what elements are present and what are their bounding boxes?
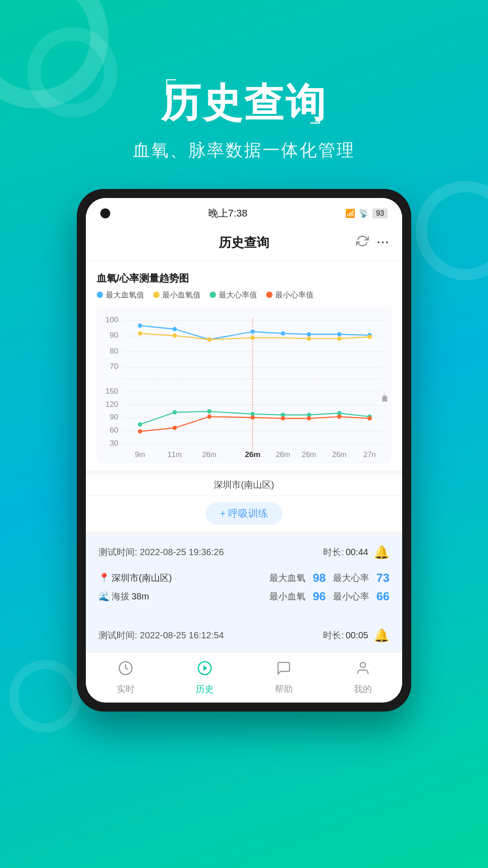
svg-text:80: 80 bbox=[110, 346, 118, 355]
record-duration-label-2: 时长: bbox=[323, 629, 344, 642]
status-time: 晚上7:38 bbox=[208, 207, 248, 220]
svg-point-39 bbox=[250, 335, 255, 340]
svg-point-33 bbox=[307, 332, 311, 336]
chart-title: 血氧/心率测量趋势图 bbox=[97, 272, 391, 285]
nav-history[interactable]: 历史 bbox=[182, 660, 227, 695]
svg-point-38 bbox=[207, 337, 212, 342]
svg-point-54 bbox=[250, 415, 255, 420]
svg-point-57 bbox=[337, 415, 342, 419]
nav-profile[interactable]: 我的 bbox=[340, 660, 385, 695]
svg-point-55 bbox=[281, 416, 285, 420]
breathing-btn[interactable]: + 呼吸训练 bbox=[206, 502, 283, 525]
chart-legend: 最大血氧值 最小血氧值 最大心率值 最小心率值 bbox=[97, 290, 391, 300]
clock-icon bbox=[118, 660, 133, 679]
nav-profile-label: 我的 bbox=[354, 683, 372, 695]
bell-icon-2: 🔔 bbox=[374, 628, 389, 643]
camera-cutout bbox=[100, 208, 110, 218]
hero-header: 历史查询 血氧、脉率数据一体化管理 bbox=[0, 0, 488, 162]
svg-point-34 bbox=[337, 332, 342, 336]
nav-help-label: 帮助 bbox=[275, 683, 293, 695]
svg-text:26m: 26m bbox=[302, 450, 316, 458]
record-time-label-2: 测试时间: bbox=[99, 629, 137, 642]
page-subtitle: 血氧、脉率数据一体化管理 bbox=[0, 139, 488, 162]
record-time-1: 2022-08-25 19:36:26 bbox=[140, 547, 224, 557]
nav-help[interactable]: 帮助 bbox=[261, 660, 306, 695]
svg-point-41 bbox=[337, 336, 342, 341]
svg-point-44 bbox=[173, 410, 177, 415]
svg-point-28 bbox=[138, 323, 142, 328]
record-time-label-1: 测试时间: bbox=[99, 546, 137, 558]
legend-label-min-spo2: 最小血氧值 bbox=[162, 290, 201, 300]
more-button[interactable]: ··· bbox=[377, 236, 389, 250]
max-spo2-value-1: 98 bbox=[313, 571, 326, 585]
record-duration-1: 00:44 bbox=[346, 547, 368, 557]
svg-text:26m: 26m bbox=[202, 450, 216, 458]
svg-text:90: 90 bbox=[110, 412, 118, 421]
legend-label-max-hr: 最大心率值 bbox=[219, 290, 257, 300]
svg-text:26m: 26m bbox=[276, 450, 290, 458]
legend-dot-max-hr bbox=[210, 292, 216, 298]
phone-mockup: 晚上7:38 📶 📡 93 历史查询 ··· 血氧/心 bbox=[77, 189, 411, 712]
legend-max-spo2: 最大血氧值 bbox=[97, 290, 144, 300]
legend-max-hr: 最大心率值 bbox=[210, 290, 257, 300]
legend-min-spo2: 最小血氧值 bbox=[153, 290, 201, 300]
svg-text:60: 60 bbox=[110, 425, 118, 434]
legend-label-max-spo2: 最大血氧值 bbox=[106, 290, 144, 300]
bell-icon-1: 🔔 bbox=[374, 545, 389, 560]
svg-point-56 bbox=[307, 416, 311, 420]
svg-text:滑动查看更多→: 滑动查看更多→ bbox=[381, 391, 388, 402]
record-detail-row-1: 📍 深圳市(南山区) 最大血氧 98 最大心率 73 bbox=[99, 571, 389, 585]
record-time-2: 2022-08-25 16:12:54 bbox=[140, 630, 224, 641]
record-header-row-1: 测试时间: 2022-08-25 19:36:26 时长: 00:44 🔔 bbox=[99, 545, 389, 560]
svg-point-63 bbox=[360, 662, 365, 667]
svg-text:27n: 27n bbox=[363, 450, 375, 458]
legend-min-hr: 最小心率值 bbox=[266, 290, 314, 300]
app-header-actions[interactable]: ··· bbox=[356, 235, 389, 250]
svg-text:26m: 26m bbox=[332, 450, 347, 458]
nav-realtime-label: 实时 bbox=[117, 683, 135, 695]
record-header-row-2: 测试时间: 2022-08-25 16:12:54 时长: 00:05 🔔 bbox=[99, 628, 389, 643]
min-spo2-label-1: 最小血氧 bbox=[269, 590, 305, 603]
status-icons: 📶 📡 93 bbox=[345, 208, 388, 218]
record-card-2: 测试时间: 2022-08-25 16:12:54 时长: 00:05 🔔 bbox=[86, 618, 402, 652]
svg-point-40 bbox=[307, 336, 311, 341]
svg-point-36 bbox=[138, 331, 142, 336]
max-hr-value-1: 73 bbox=[376, 571, 389, 585]
svg-point-58 bbox=[367, 416, 372, 420]
breathing-btn-container: + 呼吸训练 bbox=[86, 496, 402, 531]
page-main-title: 历史查询 bbox=[161, 81, 327, 125]
svg-point-37 bbox=[173, 333, 177, 338]
altitude-value-1: 38m bbox=[131, 591, 149, 602]
legend-dot-min-spo2 bbox=[153, 292, 160, 298]
location-pin-icon-1: 📍 bbox=[99, 572, 110, 583]
svg-point-29 bbox=[173, 327, 177, 331]
svg-text:30: 30 bbox=[110, 439, 118, 448]
phone-frame: 晚上7:38 📶 📡 93 历史查询 ··· 血氧/心 bbox=[77, 189, 411, 712]
bg-decoration-4 bbox=[9, 660, 81, 732]
svg-text:9m: 9m bbox=[135, 450, 145, 458]
nav-realtime[interactable]: 实时 bbox=[103, 660, 148, 695]
play-icon bbox=[197, 660, 212, 679]
svg-point-32 bbox=[281, 331, 285, 336]
chart-section: 血氧/心率测量趋势图 最大血氧值 最小血氧值 最大心率值 bbox=[86, 261, 402, 471]
separator-1 bbox=[99, 565, 389, 566]
svg-point-45 bbox=[207, 409, 212, 414]
battery-icon: 93 bbox=[372, 208, 388, 218]
svg-text:100: 100 bbox=[105, 315, 118, 324]
refresh-button[interactable] bbox=[356, 235, 369, 250]
svg-text:90: 90 bbox=[110, 330, 118, 340]
record-location-1: 深圳市(南山区) bbox=[112, 572, 172, 584]
svg-point-51 bbox=[138, 429, 142, 434]
wifi-icon: 📡 bbox=[359, 208, 369, 218]
chart-wrapper: 100 90 80 70 150 120 90 60 30 9m bbox=[97, 307, 391, 465]
nav-history-label: 历史 bbox=[196, 683, 214, 695]
min-hr-value-1: 66 bbox=[376, 590, 389, 604]
svg-point-52 bbox=[173, 426, 177, 430]
chart-svg: 100 90 80 70 150 120 90 60 30 9m bbox=[97, 307, 391, 463]
app-title: 历史查询 bbox=[219, 234, 269, 251]
phone-screen: 晚上7:38 📶 📡 93 历史查询 ··· 血氧/心 bbox=[86, 198, 402, 703]
chat-icon bbox=[276, 660, 291, 679]
legend-dot-min-hr bbox=[266, 292, 272, 298]
record-altitude-row-1: 🌊 海拔 38m 最小血氧 96 最小心率 66 bbox=[99, 590, 389, 604]
legend-label-min-hr: 最小心率值 bbox=[275, 290, 314, 300]
